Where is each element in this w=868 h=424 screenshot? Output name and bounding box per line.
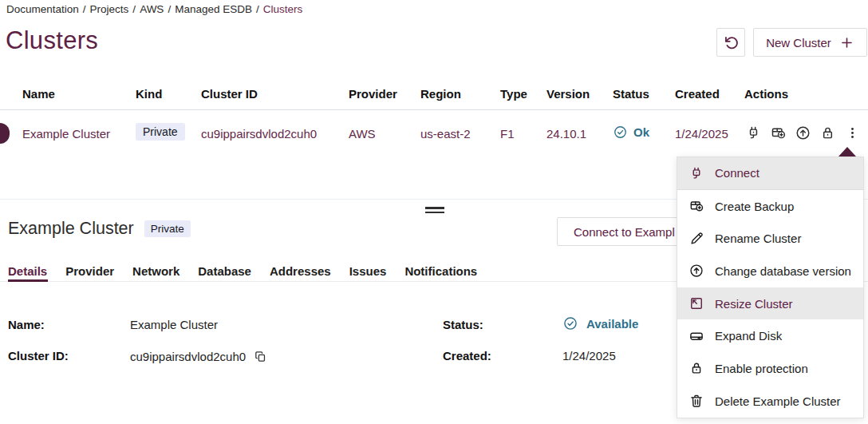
menu-item-label: Rename Cluster: [715, 232, 801, 245]
change-version-icon: [795, 125, 811, 141]
breadcrumb-item-clusters[interactable]: Clusters: [263, 3, 303, 15]
copy-icon: [254, 350, 267, 363]
trash-icon: [688, 393, 704, 409]
kebab-menu-icon: [844, 125, 861, 141]
status-field-label: Status:: [443, 318, 483, 331]
tab-network[interactable]: Network: [132, 264, 180, 278]
created-label: Created:: [443, 349, 491, 363]
tab-notifications[interactable]: Notifications: [404, 264, 477, 278]
created-field-label: Created:: [443, 349, 491, 363]
menu-item-label: Delete Example Cluster: [715, 394, 841, 408]
create-backup-icon: [688, 198, 704, 214]
cluster-name-link[interactable]: Example Cluster: [22, 127, 110, 141]
row-status-indicator: [0, 123, 10, 144]
connect-plug-icon: [745, 125, 762, 141]
column-header-status: Status: [613, 87, 649, 101]
column-header-created: Created: [675, 87, 720, 101]
breadcrumb-separator: /: [132, 3, 136, 15]
breadcrumb-separator: /: [256, 3, 259, 15]
name-field-label: Name:: [8, 318, 45, 331]
context-menu: Connect Create Backup Rename Cluster Cha…: [677, 157, 864, 418]
create-backup-icon: [770, 125, 787, 141]
menu-item-rename-cluster[interactable]: Rename Cluster: [677, 222, 863, 255]
cluster-id-cell: cu9ippairsdvlod2cuh0: [201, 127, 317, 141]
lock-icon: [688, 360, 704, 376]
table-header: Name Kind Cluster ID Provider Region Typ…: [0, 80, 868, 110]
column-header-region: Region: [420, 87, 461, 101]
drag-handle-bar: [425, 207, 444, 209]
menu-item-create-backup[interactable]: Create Backup: [677, 190, 863, 223]
more-actions-button[interactable]: [843, 124, 861, 141]
name-value: Example Cluster: [130, 318, 218, 331]
column-header-actions: Actions: [744, 87, 788, 101]
breadcrumb-separator: /: [168, 3, 171, 15]
menu-item-label: Create Backup: [715, 200, 794, 213]
disk-icon: [688, 328, 704, 344]
menu-item-label: Change database version: [715, 264, 851, 278]
column-header-provider: Provider: [349, 87, 397, 101]
tab-details[interactable]: Details: [8, 264, 47, 278]
status-field-value: Available: [562, 315, 638, 331]
cluster-id-value: cu9ippairsdvlod2cuh0: [130, 350, 246, 363]
kind-cell: Private: [136, 123, 185, 141]
menu-item-expand-disk[interactable]: Expand Disk: [677, 319, 863, 352]
created-cell: 1/24/2025: [675, 127, 728, 141]
breadcrumb-item-aws[interactable]: AWS: [140, 3, 164, 15]
connect-plug-icon: [688, 165, 704, 181]
arrow-up-circle-icon: [688, 263, 704, 279]
created-value: 1/24/2025: [562, 349, 616, 363]
drag-handle-bar: [425, 212, 444, 214]
page-title: Clusters: [6, 26, 98, 55]
column-header-kind: Kind: [136, 87, 162, 101]
menu-item-enable-protection[interactable]: Enable protection: [677, 352, 863, 385]
status-value: Available: [586, 317, 638, 331]
refresh-icon: [723, 34, 740, 51]
tab-database[interactable]: Database: [198, 264, 251, 278]
tab-addresses[interactable]: Addresses: [270, 264, 331, 278]
connect-action-button[interactable]: [744, 124, 762, 141]
cluster-id-label: Cluster ID:: [8, 349, 69, 363]
breadcrumb-separator: /: [83, 3, 86, 15]
detail-tabs: Details Provider Network Database Addres…: [8, 264, 477, 278]
breadcrumb-item-projects[interactable]: Projects: [90, 3, 129, 15]
column-header-cluster-id: Cluster ID: [201, 87, 258, 101]
menu-item-connect[interactable]: Connect: [677, 157, 863, 190]
menu-item-delete-cluster[interactable]: Delete Example Cluster: [677, 385, 863, 418]
kind-badge: Private: [136, 123, 185, 141]
refresh-button[interactable]: [716, 28, 745, 57]
active-tab-underline: [8, 279, 48, 283]
menu-item-label: Enable protection: [715, 362, 808, 375]
context-menu-caret: [838, 147, 856, 157]
detail-title: Example Cluster: [8, 219, 134, 239]
new-cluster-button[interactable]: New Cluster: [753, 28, 867, 57]
detail-kind-badge: Private: [144, 220, 191, 238]
type-cell: F1: [500, 127, 515, 141]
menu-item-label: Expand Disk: [715, 329, 782, 343]
lock-icon: [819, 125, 836, 141]
change-version-action-button[interactable]: [794, 124, 811, 141]
check-circle-icon: [562, 315, 578, 331]
menu-item-resize-cluster[interactable]: Resize Cluster: [677, 287, 863, 320]
tab-issues[interactable]: Issues: [349, 264, 387, 278]
breadcrumb: Documentation/Projects/AWS/Managed ESDB/…: [6, 3, 302, 15]
new-cluster-label: New Cluster: [766, 36, 831, 50]
name-label: Name:: [8, 318, 45, 331]
breadcrumb-item-managed-esdb[interactable]: Managed ESDB: [175, 3, 252, 15]
breadcrumb-item-documentation[interactable]: Documentation: [6, 3, 79, 15]
name-field-value: Example Cluster: [130, 318, 218, 331]
pencil-icon: [688, 231, 704, 247]
menu-item-label: Connect: [715, 166, 760, 180]
pane-drag-handle[interactable]: [425, 207, 444, 216]
check-circle-icon: [613, 125, 628, 140]
region-cell: us-east-2: [420, 127, 471, 141]
table-row[interactable]: Example Cluster Private cu9ippairsdvlod2…: [0, 110, 868, 158]
menu-item-change-database-version[interactable]: Change database version: [677, 255, 863, 287]
protection-action-button[interactable]: [819, 124, 836, 141]
tab-provider[interactable]: Provider: [65, 264, 114, 278]
version-cell: 24.10.1: [546, 127, 586, 141]
copy-cluster-id-button[interactable]: [254, 349, 268, 363]
status-text: Ok: [633, 125, 649, 139]
provider-cell: AWS: [349, 127, 376, 141]
status-cell: Ok: [613, 125, 649, 140]
create-backup-action-button[interactable]: [769, 124, 787, 141]
